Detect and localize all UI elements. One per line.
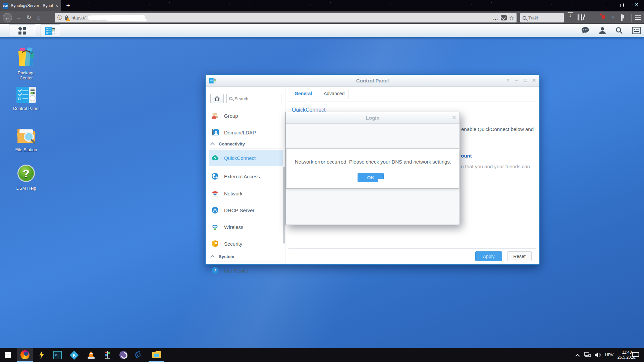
sidebar-section-system[interactable]: System (210, 253, 281, 260)
desktop-icon-file-station[interactable]: File Station (6, 126, 46, 152)
control-panel-task-button[interactable] (41, 24, 60, 37)
vlc-cone-icon (88, 351, 95, 359)
browser-search-box[interactable] (520, 13, 564, 22)
window-close-button[interactable]: ✕ (629, 0, 644, 10)
window-help-button[interactable]: ? (504, 77, 512, 83)
sidebar-scrollbar[interactable] (283, 167, 285, 244)
search-input[interactable] (528, 15, 557, 20)
start-button[interactable] (0, 348, 16, 362)
taskbar-vlc-button[interactable] (83, 348, 99, 362)
account-link-fragment[interactable]: ount (461, 153, 472, 159)
login-dialog: Login ✕ Network error occurred. Please c… (285, 112, 460, 225)
apply-button[interactable]: Apply (475, 251, 502, 261)
sidebar-toggle-button[interactable] (621, 13, 623, 22)
tab-close-icon[interactable]: ✕ (55, 4, 58, 8)
notifications-icon[interactable] (581, 26, 590, 35)
tray-chevron-button[interactable] (575, 348, 580, 362)
tray-volume-button[interactable] (594, 348, 601, 362)
taskbar-editor-button[interactable]: e_ (50, 348, 65, 362)
pocket-icon[interactable] (501, 15, 507, 20)
reload-button[interactable]: ↻ (24, 13, 34, 22)
window-close-button[interactable]: ✕ (530, 77, 538, 83)
home-icon (214, 96, 220, 101)
page-info-icon[interactable]: ⓘ (57, 15, 62, 21)
tab-bar: General Advanced (288, 87, 536, 102)
sidebar-item-label: Info Center (224, 268, 249, 274)
taskbar-explorer-button[interactable] (149, 348, 164, 362)
taskbar-winamp-button[interactable] (34, 348, 49, 362)
speaker-icon (594, 352, 601, 358)
sidebar-item-dhcp-server[interactable]: DHCP Server (209, 202, 283, 218)
main-menu-button[interactable] (9, 24, 35, 37)
library-button[interactable] (578, 13, 584, 22)
reset-button[interactable]: Reset (507, 251, 532, 261)
sidebar-item-label: Network (224, 191, 243, 196)
window-restore-button[interactable] (614, 0, 629, 10)
control-panel-sidebar: Group Domain/LDAP Connectivity (206, 87, 285, 264)
sidebar-item-group[interactable]: Group (209, 108, 283, 124)
main-menu-icon (18, 26, 26, 35)
tray-language[interactable]: HRV (605, 348, 613, 362)
sidebar-item-quickconnect[interactable]: QuickConnect (209, 150, 283, 166)
kodi-icon: K (70, 351, 79, 360)
window-minimize-button[interactable]: – (600, 0, 614, 10)
tray-network-button[interactable] (584, 348, 591, 362)
file-station-icon (16, 126, 36, 144)
desktop-icon-package-center[interactable]: Package Center (6, 47, 46, 80)
file-explorer-icon (152, 351, 161, 358)
page-actions-icon[interactable]: … (493, 15, 498, 21)
svg-text:i: i (214, 268, 216, 273)
taskbar-swirl-button[interactable] (131, 348, 147, 362)
dsm-taskbar (0, 24, 644, 38)
tab-general[interactable]: General (294, 91, 312, 96)
action-center-button[interactable] (632, 348, 639, 362)
sidebar-item-external-access[interactable]: External Access (209, 168, 283, 184)
window-titlebar[interactable]: Control Panel ? – ✕ (206, 75, 539, 87)
sidebar-search-box[interactable] (226, 94, 281, 103)
active-tab-notch (305, 100, 310, 104)
sidebar-item-domain-ldap[interactable]: Domain/LDAP (209, 124, 283, 140)
tab-advanced[interactable]: Advanced (324, 91, 344, 96)
bookmark-star-icon[interactable]: ☆ (509, 15, 514, 21)
taskbar-bittorrent-button[interactable] (115, 348, 131, 362)
ok-button[interactable]: OK (358, 173, 384, 182)
wireless-icon (211, 223, 219, 231)
cursor-artifact (378, 179, 384, 184)
url-bar[interactable]: ⓘ https:// … ☆ (55, 13, 517, 22)
taskbar-firefox-button[interactable] (17, 348, 33, 362)
menu-button[interactable] (635, 13, 641, 22)
screen: DSM SynologyServer - Synology Disk ✕ + –… (0, 0, 644, 362)
sidebar-item-network[interactable]: Network (209, 185, 283, 201)
sidebar-item-security[interactable]: Security (209, 236, 283, 252)
home-button[interactable]: ⌂ (34, 13, 44, 22)
dsm-favicon-icon: DSM (3, 3, 8, 9)
pilot-view-icon[interactable] (632, 27, 641, 34)
quickconnect-icon (211, 154, 219, 162)
sidebar-item-label: Group (224, 113, 238, 119)
action-center-icon (632, 352, 639, 358)
desktop-icon-dsm-help[interactable]: ? DSM Help (6, 164, 46, 191)
user-options-icon[interactable] (598, 26, 606, 35)
chevron-up-icon (210, 255, 215, 258)
taskbar-kodi-button[interactable]: K (66, 348, 82, 362)
new-tab-button[interactable]: + (64, 1, 72, 10)
back-button[interactable]: ← (3, 13, 12, 22)
desktop-icon-control-panel[interactable]: Control Panel (6, 87, 46, 111)
window-minimize-button[interactable]: – (513, 77, 520, 83)
forward-button[interactable]: → (14, 13, 23, 22)
sidebar-section-connectivity[interactable]: Connectivity (210, 140, 281, 147)
insecure-lock-icon[interactable] (64, 15, 69, 20)
sidebar-search-input[interactable] (234, 96, 275, 101)
dialog-titlebar[interactable]: Login ✕ (286, 112, 460, 124)
sidebar-item-wireless[interactable]: Wireless (209, 219, 283, 235)
sidebar-item-info-center[interactable]: i Info Center (209, 262, 283, 279)
browser-tab[interactable]: DSM SynologyServer - Synology Disk ✕ (0, 0, 61, 11)
dsm-search-icon[interactable] (615, 26, 623, 35)
sidebar-home-button[interactable] (210, 94, 224, 103)
dialog-close-button[interactable]: ✕ (452, 115, 456, 121)
control-panel-icon (45, 27, 55, 35)
section-label: System (219, 254, 234, 259)
taskbar-tool-button[interactable] (99, 348, 115, 362)
window-maximize-button[interactable] (522, 77, 529, 83)
sidebar-item-label: Domain/LDAP (224, 130, 256, 135)
